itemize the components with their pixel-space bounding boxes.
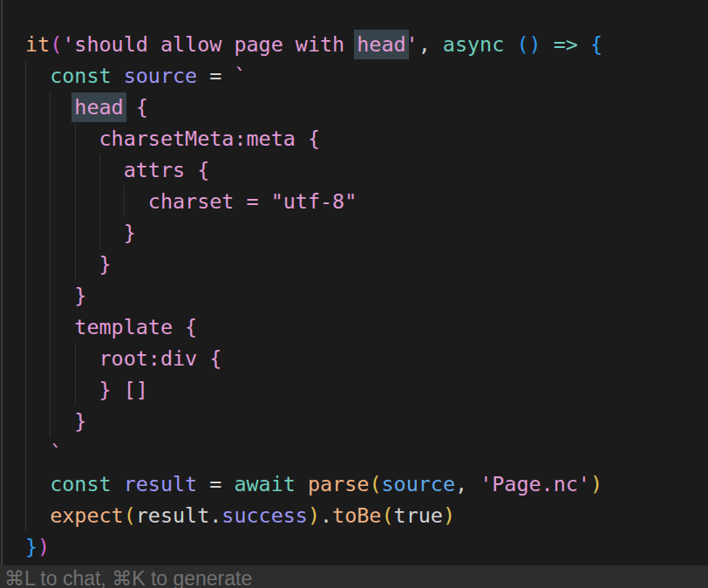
code-token: source: [381, 472, 455, 496]
code-token: (: [50, 32, 62, 57]
code-line: root:div {: [25, 343, 708, 374]
code-token: [504, 32, 516, 57]
code-token: result: [124, 472, 198, 496]
code-token: [25, 503, 50, 528]
code-token: [112, 64, 124, 88]
indent-guide: [99, 154, 100, 249]
code-line: }: [25, 280, 708, 311]
code-token: result.: [136, 503, 222, 528]
code-token: } []: [25, 378, 148, 402]
code-line: charset = "utf-8": [25, 186, 708, 217]
code-token: const: [50, 472, 111, 496]
highlighted-word: head: [74, 95, 123, 120]
code-token: [112, 472, 124, 496]
code-line: }: [25, 217, 708, 249]
code-token: }: [25, 284, 86, 308]
code-token: attrs {: [25, 158, 209, 182]
code-token: `: [234, 64, 246, 88]
code-token: ,: [455, 472, 480, 496]
code-token: (): [516, 32, 541, 57]
code-token: ): [308, 503, 320, 528]
code-line: expect(result.success).toBe(true): [25, 500, 708, 531]
code-token: (: [381, 503, 393, 528]
code-token: 'should allow page with: [62, 32, 357, 57]
code-line: }: [25, 249, 708, 280]
indent-guide: [75, 343, 76, 406]
code-token: .: [320, 503, 332, 528]
code-line: }): [25, 531, 708, 563]
code-token: =: [197, 64, 234, 88]
indent-guide: [75, 123, 76, 280]
code-area[interactable]: it('should allow page with head', async …: [0, 0, 708, 565]
indent-guide: [50, 92, 51, 437]
code-token: {: [590, 32, 602, 57]
code-token: }: [25, 409, 86, 434]
code-lines: it('should allow page with head', async …: [25, 29, 708, 563]
shortcut-hint: ⌘L to chat, ⌘K to generate: [0, 565, 708, 588]
code-line: head {: [25, 92, 708, 123]
code-token: ': [406, 32, 419, 57]
code-token: (: [369, 472, 381, 496]
code-token: =>: [554, 32, 578, 57]
code-token: charsetMeta:meta {: [25, 126, 320, 151]
code-token: async: [443, 32, 504, 57]
code-token: template {: [25, 315, 197, 339]
code-token: {: [124, 95, 148, 120]
code-token: }: [25, 252, 112, 277]
code-token: [541, 32, 554, 57]
code-token: parse: [308, 472, 369, 496]
code-line: const result = await parse(source, 'Page…: [25, 468, 708, 500]
code-token: =: [197, 472, 234, 496]
code-token: }: [25, 221, 136, 245]
code-token: it: [25, 32, 50, 57]
editor-window: it('should allow page with head', async …: [0, 0, 708, 588]
code-line: charsetMeta:meta {: [25, 123, 708, 154]
code-token: true: [394, 503, 443, 528]
code-token: const: [50, 64, 111, 88]
code-token: ): [37, 535, 50, 559]
code-token: 'Page.nc': [480, 472, 590, 496]
code-line: const source = `: [25, 60, 708, 92]
code-token: [578, 32, 590, 57]
code-line: attrs {: [25, 154, 708, 186]
code-token: toBe: [332, 503, 381, 528]
code-line: it('should allow page with head', async …: [25, 29, 708, 60]
code-line: `: [25, 437, 708, 468]
code-token: success: [221, 503, 308, 528]
code-line: } []: [25, 374, 708, 406]
indent-guide: [25, 60, 26, 531]
code-token: await: [234, 472, 295, 496]
code-token: source: [124, 64, 198, 88]
window-left-border: [1, 0, 3, 565]
indent-guide: [124, 186, 125, 217]
code-token: `: [25, 441, 62, 465]
code-token: [25, 472, 50, 496]
code-token: }: [25, 535, 37, 559]
code-line: template {: [25, 311, 708, 343]
code-token: [296, 472, 308, 496]
code-token: root:div {: [25, 346, 221, 371]
code-token: [25, 64, 50, 88]
code-token: ,: [419, 32, 443, 57]
code-token: ): [590, 472, 602, 496]
status-bar: ⌘L to chat, ⌘K to generate: [0, 565, 708, 588]
code-token: (: [124, 503, 136, 528]
code-token: ): [443, 503, 455, 528]
code-line: }: [25, 406, 708, 437]
highlighted-word: head: [357, 32, 405, 57]
code-token: expect: [50, 503, 124, 528]
